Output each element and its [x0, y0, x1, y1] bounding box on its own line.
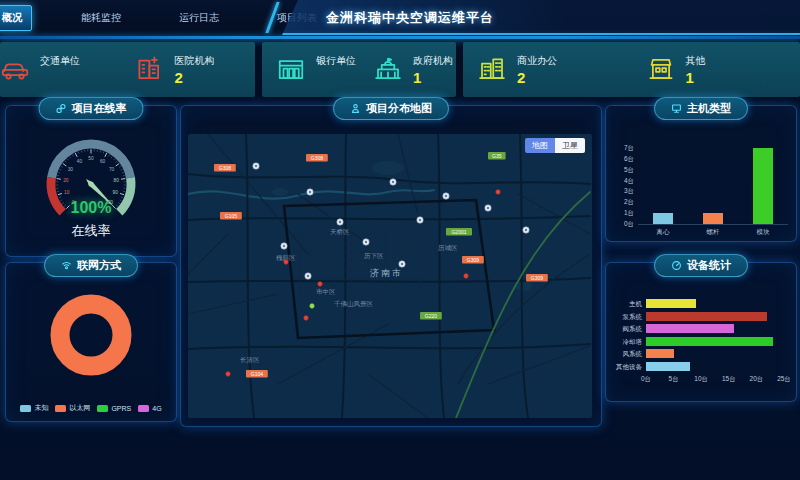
svg-text:20: 20 [63, 178, 69, 183]
legend-label: 4G [152, 405, 161, 412]
device-stats-chart: 主机泵系统阀系统冷却塔风系统其他设备0台5台10台15台20台25台 [606, 263, 796, 401]
x-axis-tick: 20台 [746, 375, 766, 384]
stat-item: 商业办公2 [463, 53, 632, 87]
panel-network-header: 联网方式 [44, 254, 138, 277]
map-project-marker[interactable] [284, 260, 289, 265]
x-axis-tick: 25台 [774, 375, 794, 384]
panel-host-type-header: 主机类型 [654, 97, 748, 120]
map-poi-marker[interactable] [523, 227, 529, 233]
category-label: 其他设备 [608, 363, 642, 372]
project-map[interactable]: 槐荫区天桥区历下区市中区历城区长清区千佛山风景区济南市G308G308G105G… [188, 134, 592, 418]
panel-title: 项目分布地图 [366, 101, 432, 116]
road-badge: G220 [420, 312, 442, 320]
stat-count: 1 [413, 69, 453, 86]
bar-阀系统 [646, 324, 734, 333]
map-project-marker[interactable] [496, 190, 501, 195]
road-badge: G308 [214, 164, 236, 172]
stat-card-3: 商业办公2其他1 [463, 42, 800, 97]
stat-item: 医院机构2 [121, 53, 256, 87]
map-area-label: 历城区 [438, 244, 458, 252]
category-label: 风系统 [608, 350, 642, 359]
map-area-label: 长清区 [240, 356, 260, 364]
svg-text:G309: G309 [467, 257, 479, 263]
x-axis [638, 224, 788, 225]
svg-text:G35: G35 [492, 153, 502, 159]
panel-title: 联网方式 [77, 258, 121, 273]
stat-count: 1 [686, 69, 706, 86]
svg-text:G309: G309 [531, 275, 543, 281]
svg-text:50: 50 [88, 156, 94, 161]
map-toggle-map[interactable]: 地图 [525, 138, 555, 153]
svg-text:G105: G105 [225, 213, 237, 219]
stat-label: 银行单位 [316, 54, 356, 68]
map-green-marker[interactable] [310, 304, 315, 309]
panel-network: 联网方式 未知以太网GPRS4G [5, 262, 177, 422]
legend-swatch [97, 405, 108, 412]
network-legend: 未知以太网GPRS4G [6, 403, 176, 413]
stat-item: 交通单位 [0, 53, 121, 87]
map-layer-toggle[interactable]: 地图卫星 [525, 138, 585, 153]
map-project-marker[interactable] [464, 274, 469, 279]
map-poi-marker[interactable] [399, 261, 405, 267]
y-axis-tick: 6台 [608, 155, 634, 164]
category-label: 冷却塔 [608, 338, 642, 347]
map-poi-marker[interactable] [443, 193, 449, 199]
office-icon [477, 53, 507, 83]
map-project-marker[interactable] [304, 316, 309, 321]
y-axis-tick: 0台 [608, 220, 634, 229]
network-donut-chart [11, 285, 171, 385]
map-poi-marker[interactable] [417, 217, 423, 223]
legend-item[interactable]: 未知 [20, 403, 48, 413]
legend-swatch [55, 405, 66, 412]
x-axis-label: 螺杆 [693, 228, 733, 237]
navbar: 概况能耗监控运行日志项目列表视频监控 金洲科瑞中央空调运维平台 [0, 0, 800, 36]
map-poi-marker[interactable] [485, 205, 491, 211]
stat-count: 2 [517, 69, 557, 86]
map-poi-marker[interactable] [305, 273, 311, 279]
x-axis-tick: 0台 [636, 375, 656, 384]
legend-item[interactable]: GPRS [97, 403, 131, 413]
car-icon [0, 53, 30, 83]
x-axis-label: 模块 [743, 228, 783, 237]
map-poi-marker[interactable] [337, 219, 343, 225]
map-project-marker[interactable] [318, 282, 323, 287]
bar-螺杆 [703, 213, 723, 224]
map-project-marker[interactable] [226, 372, 231, 377]
panel-device-stats: 设备统计 主机泵系统阀系统冷却塔风系统其他设备0台5台10台15台20台25台 [605, 262, 797, 402]
legend-item[interactable]: 以太网 [55, 403, 90, 413]
hospital-icon [135, 53, 165, 83]
antenna-icon [61, 260, 72, 271]
panel-device-stats-header: 设备统计 [654, 254, 748, 277]
road-badge: G2001 [446, 228, 472, 236]
category-label: 阀系统 [608, 325, 642, 334]
svg-text:60: 60 [100, 159, 106, 164]
panel-host-type: 主机类型 0台1台2台3台4台5台6台7台离心螺杆模块 [605, 105, 797, 242]
panel-online-rate-header: 项目在线率 [39, 97, 144, 120]
map-poi-marker[interactable] [281, 243, 287, 249]
road-badge: G309 [526, 274, 548, 282]
nav-tab-3[interactable]: 运行日志 [170, 6, 228, 30]
monitor-icon [671, 103, 682, 114]
panel-map-header: 项目分布地图 [333, 97, 449, 120]
nav-tab-2[interactable]: 能耗监控 [72, 6, 130, 30]
map-area-label: 天桥区 [330, 228, 350, 235]
title-banner: 金洲科瑞中央空调运维平台 [282, 0, 800, 35]
stat-label: 医院机构 [175, 54, 215, 68]
panel-title: 项目在线率 [72, 101, 127, 116]
map-poi-marker[interactable] [307, 189, 313, 195]
nav-tab-1[interactable]: 概况 [0, 5, 32, 31]
government-icon [373, 53, 403, 83]
stat-item: 政府机构1 [359, 53, 456, 87]
svg-text:30: 30 [68, 167, 74, 172]
map-toggle-satellite[interactable]: 卫星 [555, 138, 585, 153]
stat-label: 交通单位 [40, 54, 80, 68]
stat-card-1: 交通单位医院机构2 [0, 42, 255, 97]
map-poi-marker[interactable] [363, 239, 369, 245]
map-poi-marker[interactable] [253, 163, 259, 169]
map-area-label: 市中区 [316, 288, 336, 295]
bar-离心 [653, 213, 673, 224]
road-badge: G308 [306, 154, 328, 162]
legend-item[interactable]: 4G [138, 403, 161, 413]
map-poi-marker[interactable] [390, 179, 396, 185]
panel-title: 主机类型 [687, 101, 731, 116]
